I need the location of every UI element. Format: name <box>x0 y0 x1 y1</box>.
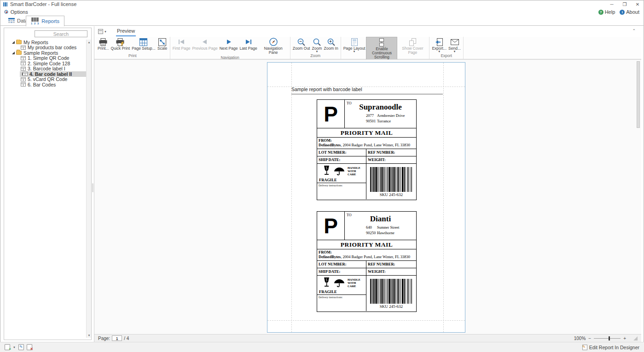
ribbon-group-zoom: Zoom Out Zoom ▼ Zoom In Zoom <box>290 37 341 59</box>
quick-print-button[interactable]: Quick Print <box>110 37 131 53</box>
delete-report-button[interactable]: ✕ <box>27 344 32 350</box>
fragile-glass-icon <box>323 166 330 178</box>
chevron-down-icon: ▼ <box>104 30 107 33</box>
help-icon: ? <box>598 10 603 15</box>
quick-printer-icon <box>116 38 125 46</box>
zoom-in-icon <box>327 38 335 46</box>
enable-continuous-scrolling-button[interactable]: Enable Continuous Scrolling <box>366 37 397 60</box>
report-icon <box>23 72 28 76</box>
scale-button[interactable]: Scale <box>157 37 168 53</box>
ribbon-group-view: Page Layout ▼ Enable Continuous Scrollin… <box>341 37 430 59</box>
new-report-button[interactable]: + <box>5 344 10 350</box>
tree-item-simple-code-128[interactable]: 2. Simple Code 128 <box>4 61 91 66</box>
tree-item-sample-reports[interactable]: Sample Reports <box>4 50 91 56</box>
ribbon-group-label: Print <box>97 53 168 59</box>
scrollbar-thumb[interactable] <box>637 61 640 128</box>
report-icon <box>21 61 26 65</box>
zoom-minus-icon[interactable]: − <box>588 336 591 341</box>
search-input[interactable] <box>35 30 87 37</box>
minimize-button[interactable]: ─ <box>605 0 618 8</box>
first-page-button: First Page <box>172 37 191 55</box>
restore-button[interactable]: ❐ <box>618 0 631 8</box>
zoom-plus-icon[interactable]: + <box>623 336 626 341</box>
chevron-down-icon[interactable]: ▼ <box>13 346 16 349</box>
preview-scrollbar[interactable] <box>637 61 640 333</box>
tree-item-bar-codes[interactable]: 6. Bar Codes <box>4 82 91 87</box>
collapse-ribbon-icon[interactable]: ⌃ <box>632 29 636 33</box>
weight-label: WEIGHT: <box>366 156 416 163</box>
priority-p-mark: P <box>317 100 345 128</box>
edit-report-button[interactable]: ✎ <box>18 344 24 350</box>
page-setup-grid-icon <box>139 38 147 46</box>
page-layout-button[interactable]: Page Layout ▼ <box>342 37 366 60</box>
expander-icon[interactable] <box>12 51 15 55</box>
last-page-button[interactable]: Last Page <box>238 37 258 55</box>
page-label: Page: <box>98 336 110 341</box>
reports-tree: My Reports My products bar codes Sample … <box>4 40 91 87</box>
priority-p-mark: P <box>317 212 345 240</box>
recipient-address: 2077Armbrester Drive 90501Torrance <box>366 113 416 123</box>
ship-date-label: SHIP DATE: <box>317 268 366 275</box>
panel-splitter[interactable] <box>92 183 93 192</box>
about-button[interactable]: i About <box>620 9 639 15</box>
menu-bar: ⚙ Options ? Help i About <box>0 8 644 16</box>
report-preview-area[interactable]: Sample report with barcode label P TO Su… <box>94 59 641 334</box>
next-page-button[interactable]: Next Page <box>219 37 239 55</box>
sku-text: SKU 245-632 <box>380 192 403 197</box>
zoom-in-button[interactable]: Zoom In <box>323 37 339 53</box>
report-icon <box>21 82 26 87</box>
recipient-name: Dianti <box>345 214 416 224</box>
export-button[interactable]: Export... ▼ <box>431 37 447 53</box>
last-page-icon <box>245 38 252 46</box>
priority-mail-banner: PRIORITY MAIL <box>317 240 416 249</box>
export-icon <box>435 38 443 46</box>
tab-reports[interactable]: 1 2 3 Reports <box>26 16 64 26</box>
fragile-glass-icon <box>323 277 330 289</box>
window-menu-icon <box>98 29 103 34</box>
ribbon-tab-preview[interactable]: Preview <box>116 27 136 36</box>
tree-scrollbar[interactable]: ▲ ▼ <box>86 40 91 338</box>
lot-number-label: LOT NUMBER: <box>317 149 366 156</box>
print-button[interactable]: Print... <box>97 37 110 53</box>
fragile-text: FRAGILE <box>319 289 337 294</box>
data-grid-icon <box>8 18 15 23</box>
page-setup-button[interactable]: Page Setup... <box>131 37 157 53</box>
main-tab-row: Data 1 2 3 Reports <box>0 16 644 26</box>
ribbon-menu-button[interactable]: ▼ <box>98 29 107 34</box>
ship-date-label: SHIP DATE: <box>317 156 366 163</box>
first-page-icon <box>178 38 185 46</box>
report-icon <box>21 67 26 71</box>
edit-report-in-designer-button[interactable]: Edit Report In Designer <box>582 345 639 350</box>
page-number-input[interactable] <box>112 335 122 341</box>
resize-grip <box>633 336 638 340</box>
ribbon-group-label: Zoom <box>292 53 339 59</box>
margin-guide <box>443 63 444 332</box>
report-workspace: ▼ Preview ⌃ Print... Quick Print <box>94 26 641 342</box>
scroll-up-icon[interactable]: ▲ <box>87 40 91 45</box>
fragile-text: FRAGILE <box>319 178 337 182</box>
zoom-slider-thumb[interactable] <box>609 336 610 340</box>
tree-item-vcard-qr-code[interactable]: 5. vCard QR Code <box>4 77 91 82</box>
zoom-out-icon <box>297 38 305 46</box>
shipping-label: P TO Supranoodle 2077Armbrester Drive 90… <box>317 99 417 200</box>
close-button[interactable]: ✕ <box>631 0 644 8</box>
page-total: / 4 <box>124 336 129 341</box>
scroll-down-icon[interactable]: ▼ <box>87 333 91 338</box>
handle-with-care-text: HANDLE WITH CARE <box>348 278 363 288</box>
help-button[interactable]: ? Help <box>598 9 615 15</box>
tree-item-barcode-label-1[interactable]: 3. Barcode label I <box>4 66 91 72</box>
zoom-button[interactable]: Zoom ▼ <box>311 37 323 53</box>
navigation-pane-button[interactable]: Navigation Pane <box>258 37 289 55</box>
send-button[interactable]: Send... ▼ <box>447 37 462 53</box>
report-page: Sample report with barcode label P TO Su… <box>267 62 465 333</box>
zoom-out-button[interactable]: Zoom Out <box>292 37 311 53</box>
options-menu[interactable]: Options <box>11 9 28 15</box>
expander-icon[interactable] <box>12 40 15 44</box>
tree-item-simple-qr-code[interactable]: 1. Simple QR Code <box>4 56 91 61</box>
tree-item-bar-code-label-2-selected[interactable]: 4. Bar code label II <box>4 71 91 77</box>
zoom-slider[interactable] <box>594 336 621 340</box>
chevron-down-icon: ▼ <box>353 51 356 53</box>
cover-page-icon <box>409 38 417 46</box>
tree-item-my-reports[interactable]: My Reports <box>4 40 91 45</box>
next-page-icon <box>226 38 232 46</box>
